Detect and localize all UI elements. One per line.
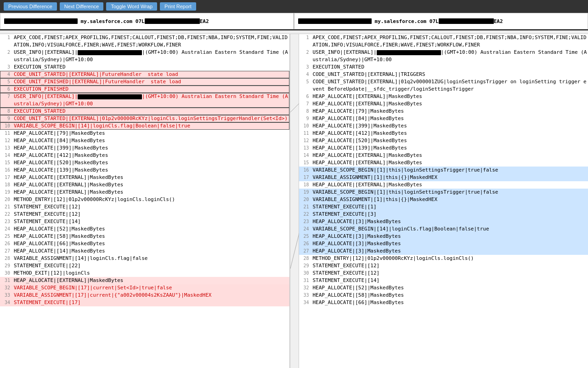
line-number: 9 [300, 115, 313, 122]
line-number: 1 [300, 34, 313, 41]
line-row: 34STATEMENT_EXECUTE|[17] [0, 299, 289, 306]
line-number: 34 [300, 299, 313, 306]
line-row: 6HEAP_ALLOCATE|[EXTERNAL]|MaskedBytes [299, 93, 588, 100]
line-number: 26 [1, 240, 14, 247]
svg-line-0 [290, 103, 300, 112]
line-number: 1 [1, 34, 14, 41]
line-row: 14HEAP_ALLOCATE|[EXTERNAL]|MaskedBytes [299, 152, 588, 159]
line-row: 15HEAP_ALLOCATE|[520]|MaskedBytes [0, 159, 289, 167]
line-row: 25HEAP_ALLOCATE|[58]|MaskedBytes [0, 233, 289, 240]
line-content: USER_INFO|[EXTERNAL]| |(GMT+10:00) Austr… [14, 49, 288, 63]
line-number: 29 [300, 262, 313, 270]
redacted-content [377, 50, 441, 55]
line-number: 20 [1, 196, 14, 203]
line-row: 2USER_INFO|[EXTERNAL]| |(GMT+10:00) Aust… [299, 49, 588, 63]
line-row: 16HEAP_ALLOCATE|[139]|MaskedBytes [0, 167, 289, 174]
line-content: HEAP_ALLOCATE|[66]|MaskedBytes [14, 240, 288, 247]
line-number: 3 [1, 63, 14, 71]
right-redacted [298, 18, 372, 24]
line-content: HEAP_ALLOCATE|[EXTERNAL]|MaskedBytes [313, 100, 588, 108]
line-row: 17HEAP_ALLOCATE|[EXTERNAL]|MaskedBytes [0, 174, 289, 181]
line-number: 2 [1, 49, 14, 56]
line-row: 32HEAP_ALLOCATE|[52]|MaskedBytes [299, 284, 588, 292]
line-number: 27 [300, 247, 313, 255]
left-redacted [4, 18, 78, 24]
line-content: HEAP_ALLOCATE|[3]|MaskedBytes [313, 247, 588, 255]
line-row: 17VARIABLE_ASSIGNMENT|[1]|this|{}|Masked… [299, 174, 588, 181]
line-row: 26HEAP_ALLOCATE|[66]|MaskedBytes [0, 240, 289, 247]
line-row: 28VARIABLE_ASSIGNMENT|[14]|loginCls.flag… [0, 255, 289, 262]
line-number: 27 [1, 247, 14, 255]
line-content: CODE_UNIT_FINISHED|[EXTERNAL]|FutureHand… [14, 78, 288, 86]
toggle-word-wrap-button[interactable]: Toggle Word Wrap [106, 2, 157, 11]
line-content: STATEMENT_EXECUTE|[14] [313, 277, 588, 284]
line-row: 7USER_INFO|[EXTERNAL]| |(GMT+10:00) Aust… [0, 93, 289, 108]
line-content: CODE_UNIT_STARTED|[EXTERNAL]|TRIGGERS [313, 71, 588, 78]
line-number: 33 [300, 292, 313, 299]
line-content: HEAP_ALLOCATE|[84]|MaskedBytes [313, 115, 588, 122]
line-row: 33HEAP_ALLOCATE|[58]|MaskedBytes [299, 292, 588, 299]
line-row: 30METHOD_EXIT|[12]|loginCls [0, 270, 289, 277]
line-number: 14 [300, 152, 313, 159]
line-row: 14HEAP_ALLOCATE|[412]|MaskedBytes [0, 152, 289, 159]
print-report-button[interactable]: Print Report [160, 2, 196, 11]
line-row: 10VARIABLE_SCOPE_BEGIN|[14]|loginCls.fla… [0, 122, 289, 130]
line-number: 6 [300, 93, 313, 100]
line-row: 7HEAP_ALLOCATE|[EXTERNAL]|MaskedBytes [299, 100, 588, 108]
prev-diff-button[interactable]: Previous Difference [4, 2, 57, 11]
line-number: 13 [300, 144, 313, 152]
line-content: USER_INFO|[EXTERNAL]| |(GMT+10:00) Austr… [14, 93, 288, 108]
line-row: 10HEAP_ALLOCATE|[399]|MaskedBytes [299, 122, 588, 130]
line-number: 18 [300, 181, 313, 189]
line-content: HEAP_ALLOCATE|[EXTERNAL]|MaskedBytes [14, 189, 288, 196]
line-number: 34 [1, 299, 14, 306]
line-row: 1APEX_CODE,FINEST;APEX_PROFILING,FINEST;… [299, 34, 588, 49]
line-content: METHOD_ENTRY|[12]|01p2v00000RcKYz|loginC… [313, 255, 588, 262]
line-content: STATEMENT_EXECUTE|[22] [14, 262, 288, 270]
line-row: 24HEAP_ALLOCATE|[52]|MaskedBytes [0, 225, 289, 233]
line-content: VARIABLE_SCOPE_BEGIN|[14]|loginCls.flag|… [313, 225, 588, 233]
line-content: STATEMENT_EXECUTE|[14] [14, 218, 288, 225]
line-content: VARIABLE_SCOPE_BEGIN|[1]|this|loginSetti… [313, 167, 588, 174]
line-row: 25HEAP_ALLOCATE|[3]|MaskedBytes [299, 233, 588, 240]
line-row: 1APEX_CODE,FINEST;APEX_PROFILING,FINEST;… [0, 34, 289, 49]
line-content: STATEMENT_EXECUTE|[12] [313, 270, 588, 277]
line-row: 22STATEMENT_EXECUTE|[3] [299, 211, 588, 218]
line-content: HEAP_ALLOCATE|[399]|MaskedBytes [313, 122, 588, 130]
line-number: 18 [1, 181, 14, 189]
line-row: 29STATEMENT_EXECUTE|[22] [0, 262, 289, 270]
line-row: 5CODE_UNIT_FINISHED|[EXTERNAL]|FutureHan… [0, 78, 289, 86]
left-diff-pane[interactable]: 1APEX_CODE,FINEST;APEX_PROFILING,FINEST;… [0, 34, 290, 368]
line-number: 17 [1, 174, 14, 181]
line-number: 32 [1, 284, 14, 292]
line-row: 18HEAP_ALLOCATE|[EXTERNAL]|MaskedBytes [0, 181, 289, 189]
line-row: 19HEAP_ALLOCATE|[EXTERNAL]|MaskedBytes [0, 189, 289, 196]
line-content: METHOD_EXIT|[12]|loginCls [14, 270, 288, 277]
line-content: HEAP_ALLOCATE|[14]|MaskedBytes [14, 247, 288, 255]
line-number: 2 [300, 49, 313, 56]
line-content: HEAP_ALLOCATE|[3]|MaskedBytes [313, 240, 588, 247]
line-row: 30STATEMENT_EXECUTE|[12] [299, 270, 588, 277]
next-diff-button[interactable]: Next Difference [60, 2, 104, 11]
line-row: 21STATEMENT_EXECUTE|[1] [299, 203, 588, 211]
connector-bar [290, 34, 299, 368]
line-content: HEAP_ALLOCATE|[66]|MaskedBytes [313, 299, 588, 306]
line-row: 3EXECUTION_STARTED [299, 63, 588, 71]
line-number: 28 [300, 255, 313, 262]
line-content: EXECUTION_FINISHED [14, 86, 288, 93]
line-content: VARIABLE_ASSIGNMENT|[1]|this|{}|MaskedHE… [313, 174, 588, 181]
right-redacted2 [439, 18, 494, 24]
line-number: 3 [300, 63, 313, 71]
line-row: 33VARIABLE_ASSIGNMENT|[17]|current|{"a00… [0, 292, 289, 299]
line-content: HEAP_ALLOCATE|[58]|MaskedBytes [313, 292, 588, 299]
line-content: HEAP_ALLOCATE|[52]|MaskedBytes [313, 284, 588, 292]
line-row: 12HEAP_ALLOCATE|[84]|MaskedBytes [0, 137, 289, 144]
line-number: 20 [300, 196, 313, 203]
line-content: VARIABLE_ASSIGNMENT|[1]|this|{}|MaskedHE… [313, 196, 588, 203]
line-content: APEX_CODE,FINEST;APEX_PROFILING,FINEST;C… [313, 34, 588, 49]
line-content: VARIABLE_ASSIGNMENT|[17]|current|{"a002v… [14, 292, 288, 299]
line-number: 10 [1, 122, 14, 130]
line-row: 16VARIABLE_SCOPE_BEGIN|[1]|this|loginSet… [299, 167, 588, 174]
right-diff-pane[interactable]: 1APEX_CODE,FINEST;APEX_PROFILING,FINEST;… [299, 34, 588, 368]
line-number: 8 [1, 108, 14, 115]
